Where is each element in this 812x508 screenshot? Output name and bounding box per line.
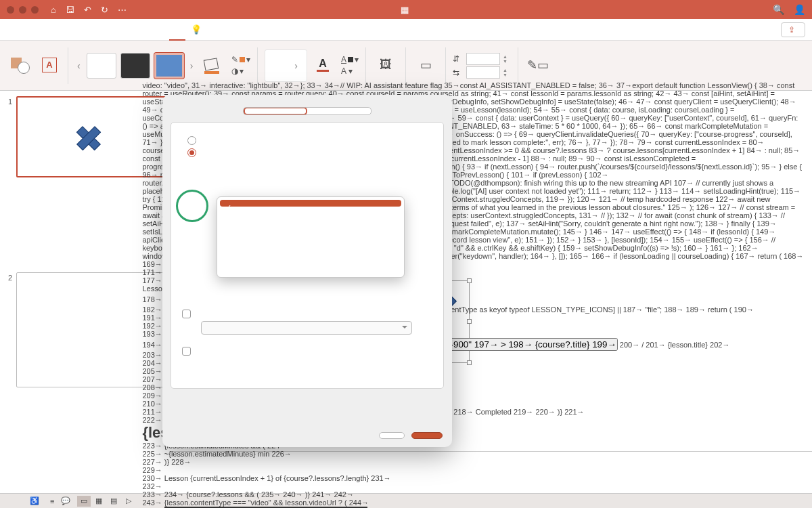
thumb-number: 2 (4, 272, 12, 387)
tellme[interactable]: 💡 (191, 24, 204, 35)
width-icon: ⇆ (453, 68, 464, 77)
dropdown-item[interactable] (217, 261, 404, 268)
bulb-icon: 💡 (191, 24, 202, 35)
tab-design[interactable] (55, 19, 72, 41)
format-pane-icon: ✎▭ (529, 56, 547, 74)
titlebar: ⌂ 🖫 ↶ ↻ ⋯ ▦ 🔍 👤 (0, 0, 812, 19)
style-swatch-2[interactable] (120, 53, 150, 79)
share-button[interactable]: ⇪ (781, 22, 805, 37)
gallery-prev-icon[interactable]: ‹ (75, 60, 83, 71)
redo-icon[interactable]: ↻ (101, 5, 108, 15)
wordart-gallery[interactable]: › (265, 49, 307, 82)
sorter-view-icon[interactable]: ▦ (92, 496, 106, 507)
effects-icon[interactable]: ◑ (231, 66, 238, 76)
reading-view-icon[interactable]: ▤ (107, 496, 120, 507)
normal-view-icon[interactable]: ▭ (77, 496, 91, 507)
window-controls[interactable] (7, 6, 39, 14)
check-highlight[interactable] (182, 347, 434, 356)
sound-select[interactable] (201, 321, 412, 335)
wordart-next-icon[interactable]: › (292, 60, 300, 71)
tab-review[interactable] (120, 19, 137, 41)
height-input[interactable] (466, 53, 500, 65)
style-swatch-3[interactable] (154, 53, 184, 79)
tab-recording[interactable] (153, 19, 169, 41)
tab-mouse-over[interactable] (307, 108, 370, 114)
more-icon[interactable]: ⋯ (118, 5, 127, 15)
text-outline-effects[interactable]: A ▾ A ▾ (341, 55, 359, 76)
dialog-title (162, 95, 452, 107)
accessibility-icon: ♿ (30, 496, 39, 505)
tab-animations[interactable] (88, 19, 104, 41)
tab-slideshow[interactable] (104, 19, 120, 41)
account-icon[interactable]: 👤 (794, 4, 805, 15)
link-to-dropdown (217, 196, 405, 278)
comments-button[interactable]: 💬 (61, 496, 70, 505)
cancel-button[interactable] (379, 432, 405, 439)
app-icon: ▦ (401, 5, 409, 15)
document-title: ▦ (401, 5, 412, 15)
notes-button[interactable]: ≡ (50, 497, 54, 505)
group-shapes[interactable] (5, 41, 34, 90)
fill-icon (203, 58, 221, 72)
shapes-icon (9, 56, 30, 74)
dropdown-item[interactable] (217, 268, 404, 274)
dropdown-item[interactable] (217, 207, 404, 213)
height-icon: ⇵ (453, 54, 464, 64)
dropdown-item[interactable] (217, 247, 404, 254)
alt-text-icon: 🖼 (377, 56, 394, 74)
shape-outline-effects[interactable]: ✎▾ ◑▾ (231, 55, 250, 76)
gallery-next-icon[interactable]: › (188, 60, 196, 71)
tab-transitions[interactable] (72, 19, 88, 41)
view-buttons[interactable]: ▭ ▦ ▤ ▷ (77, 496, 135, 507)
ribbon-tabs: 💡 ⇪ (0, 19, 812, 41)
accessibility-indicator[interactable]: ♿ (30, 496, 39, 505)
undo-icon[interactable]: ↶ (84, 5, 91, 15)
tab-mouse-click[interactable] (244, 107, 307, 115)
group-size: ⇵▲▼ ⇆▲▼ (453, 52, 511, 79)
share-icon: ⇪ (788, 25, 795, 35)
ok-button[interactable] (411, 432, 443, 439)
thumb-number: 1 (4, 96, 12, 177)
radio-none[interactable] (187, 136, 434, 145)
dropdown-item[interactable] (217, 234, 404, 240)
width-spinner[interactable]: ▲▼ (503, 68, 511, 77)
outline-icon[interactable]: ✎ (231, 55, 238, 64)
text-fill-icon: A (315, 58, 330, 72)
textbox-icon: A (42, 58, 57, 72)
tab-shape-format[interactable] (169, 19, 185, 41)
dropdown-item[interactable] (217, 220, 404, 227)
width-input[interactable] (466, 66, 500, 79)
save-icon[interactable]: 🖫 (66, 5, 74, 15)
tab-home[interactable] (7, 19, 23, 41)
qat[interactable]: ⌂ 🖫 ↶ ↻ ⋯ (51, 5, 127, 15)
height-spinner[interactable]: ▲▼ (503, 54, 511, 64)
tab-insert[interactable] (23, 19, 39, 41)
home-icon[interactable]: ⌂ (51, 5, 56, 15)
arrange-icon: ▭ (417, 56, 434, 74)
tab-draw[interactable] (39, 19, 55, 41)
slideshow-view-icon[interactable]: ▷ (122, 496, 135, 507)
radio-link-to[interactable] (187, 148, 434, 157)
dialog-tabs (243, 107, 371, 115)
dropdown-item[interactable] (217, 213, 404, 220)
tab-view[interactable] (137, 19, 153, 41)
search-icon[interactable]: 🔍 (773, 4, 784, 15)
statusbar: ♿ ≡ 💬 ▭ ▦ ▤ ▷ video: "video", 31→ intera… (0, 493, 812, 508)
style-swatch-1[interactable] (87, 53, 116, 79)
check-play-sound[interactable] (182, 310, 434, 318)
dropdown-item[interactable] (217, 254, 404, 261)
dropdown-item[interactable] (220, 200, 401, 207)
shape-style-gallery[interactable]: ‹ › (75, 47, 195, 84)
dropdown-item[interactable] (217, 240, 404, 247)
dropdown-item[interactable] (217, 227, 404, 234)
